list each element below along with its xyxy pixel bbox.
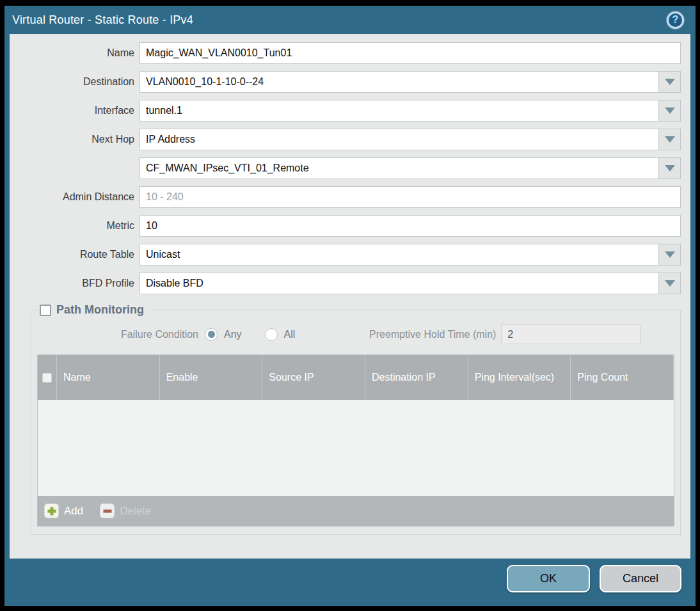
failure-condition-label: Failure Condition — [37, 329, 205, 340]
admin-distance-label: Admin Distance — [19, 191, 139, 203]
route-table-dropdown-button[interactable] — [659, 244, 681, 266]
radio-option-all: All — [265, 328, 296, 341]
interface-dropdown-button[interactable] — [659, 100, 681, 122]
cancel-button[interactable]: Cancel — [600, 565, 681, 592]
interface-row: Interface — [19, 100, 681, 122]
chevron-down-icon — [665, 136, 675, 143]
bfd-profile-label: BFD Profile — [19, 278, 139, 289]
bfd-profile-input[interactable] — [139, 273, 659, 294]
column-header-source-ip: Source IP — [262, 355, 365, 400]
select-all-checkbox — [42, 373, 52, 383]
failure-condition-row: Failure Condition Any All Preemptive Hol… — [37, 324, 674, 344]
add-button-label: Add — [64, 505, 83, 518]
delete-button: Delete — [100, 504, 151, 518]
route-table-row: Route Table — [19, 244, 681, 266]
name-label: Name — [19, 47, 139, 59]
chevron-down-icon — [665, 251, 675, 258]
destination-dropdown-button[interactable] — [659, 71, 681, 93]
column-header-destination-ip: Destination IP — [365, 355, 468, 400]
minus-icon — [100, 504, 115, 518]
metric-row: Metric — [19, 215, 681, 237]
next-hop-address-row — [19, 157, 681, 179]
next-hop-type-input[interactable] — [139, 129, 659, 150]
radio-button-any — [205, 328, 218, 341]
metric-label: Metric — [19, 220, 139, 232]
dialog-title: Virtual Router - Static Route - IPv4 — [12, 13, 193, 27]
metric-input[interactable] — [139, 215, 681, 237]
radio-button-all — [265, 328, 278, 341]
chevron-down-icon — [665, 165, 675, 171]
radio-label-any: Any — [224, 329, 242, 340]
column-header-ping-interval: Ping Interval(sec) — [468, 355, 571, 400]
help-icon[interactable]: ? — [667, 12, 684, 29]
interface-label: Interface — [19, 105, 139, 116]
dialog-body: Name Destination Interface Next Hop — [10, 34, 690, 559]
route-table-label: Route Table — [19, 249, 139, 260]
ok-button[interactable]: OK — [507, 565, 590, 592]
failure-condition-radio-group: Any All — [205, 328, 295, 341]
next-hop-row: Next Hop — [19, 129, 681, 150]
column-header-ping-count: Ping Count — [571, 355, 674, 400]
chevron-down-icon — [665, 107, 675, 114]
route-table-input[interactable] — [139, 244, 659, 266]
preemptive-hold-time-label: Preemptive Hold Time (min) — [337, 329, 501, 340]
table-body-empty — [38, 400, 674, 496]
add-button[interactable]: Add — [44, 504, 83, 518]
preemptive-hold-time-input — [501, 324, 640, 344]
name-input[interactable] — [139, 42, 681, 64]
destination-input[interactable] — [139, 71, 659, 93]
path-monitoring-section: Path Monitoring Failure Condition Any Al… — [31, 303, 681, 535]
chevron-down-icon — [665, 79, 675, 85]
path-monitoring-title: Path Monitoring — [56, 303, 144, 317]
path-monitoring-table: Name Enable Source IP Destination IP Pin… — [37, 354, 674, 527]
name-row: Name — [19, 42, 681, 64]
radio-label-all: All — [284, 329, 296, 340]
next-hop-label: Next Hop — [19, 134, 139, 145]
destination-row: Destination — [19, 71, 681, 93]
dialog-footer: OK Cancel — [4, 559, 696, 606]
column-header-enable: Enable — [160, 355, 263, 400]
next-hop-address-input[interactable] — [139, 157, 659, 179]
column-header-name: Name — [57, 355, 160, 400]
path-monitoring-legend: Path Monitoring — [38, 303, 149, 317]
admin-distance-input[interactable] — [139, 186, 681, 208]
bfd-profile-row: BFD Profile — [19, 273, 681, 294]
dialog-window: Virtual Router - Static Route - IPv4 ? N… — [4, 6, 696, 606]
path-monitoring-checkbox[interactable] — [40, 305, 51, 316]
interface-input[interactable] — [139, 100, 659, 122]
delete-button-label: Delete — [120, 505, 151, 518]
title-bar: Virtual Router - Static Route - IPv4 ? — [4, 6, 696, 34]
destination-label: Destination — [19, 76, 139, 88]
select-all-header-cell — [38, 355, 57, 400]
admin-distance-row: Admin Distance — [19, 186, 681, 208]
radio-option-any: Any — [205, 328, 242, 341]
table-header-row: Name Enable Source IP Destination IP Pin… — [38, 355, 674, 400]
chevron-down-icon — [665, 280, 675, 287]
next-hop-address-dropdown-button[interactable] — [659, 157, 681, 179]
next-hop-dropdown-button[interactable] — [659, 129, 681, 150]
bfd-profile-dropdown-button[interactable] — [659, 273, 681, 294]
table-footer-bar: Add Delete — [38, 496, 674, 526]
plus-icon — [44, 504, 59, 518]
